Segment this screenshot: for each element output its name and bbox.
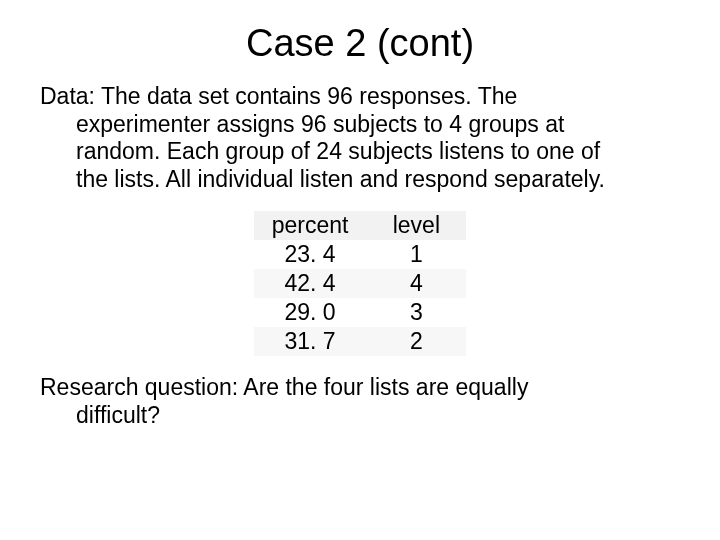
table-header-row: percent level bbox=[254, 211, 467, 240]
para2-line2: difficult? bbox=[40, 402, 680, 430]
cell-percent: 42. 4 bbox=[254, 269, 367, 298]
slide-title: Case 2 (cont) bbox=[40, 22, 680, 65]
data-table-wrap: percent level 23. 4 1 42. 4 4 29. 0 3 31… bbox=[40, 211, 680, 356]
para1-line3: random. Each group of 24 subjects listen… bbox=[40, 138, 680, 166]
table-header-level: level bbox=[366, 211, 466, 240]
cell-percent: 31. 7 bbox=[254, 327, 367, 356]
data-table: percent level 23. 4 1 42. 4 4 29. 0 3 31… bbox=[254, 211, 467, 356]
para1-line1: Data: The data set contains 96 responses… bbox=[40, 83, 517, 109]
table-row: 29. 0 3 bbox=[254, 298, 467, 327]
table-row: 31. 7 2 bbox=[254, 327, 467, 356]
cell-level: 3 bbox=[366, 298, 466, 327]
table-row: 42. 4 4 bbox=[254, 269, 467, 298]
cell-level: 1 bbox=[366, 240, 466, 269]
cell-level: 2 bbox=[366, 327, 466, 356]
para1-line2: experimenter assigns 96 subjects to 4 gr… bbox=[40, 111, 680, 139]
data-paragraph: Data: The data set contains 96 responses… bbox=[40, 83, 680, 193]
cell-percent: 23. 4 bbox=[254, 240, 367, 269]
table-row: 23. 4 1 bbox=[254, 240, 467, 269]
cell-level: 4 bbox=[366, 269, 466, 298]
cell-percent: 29. 0 bbox=[254, 298, 367, 327]
para1-line4: the lists. All individual listen and res… bbox=[40, 166, 680, 194]
table-header-percent: percent bbox=[254, 211, 367, 240]
research-question-paragraph: Research question: Are the four lists ar… bbox=[40, 374, 680, 429]
para2-line1: Research question: Are the four lists ar… bbox=[40, 374, 528, 400]
